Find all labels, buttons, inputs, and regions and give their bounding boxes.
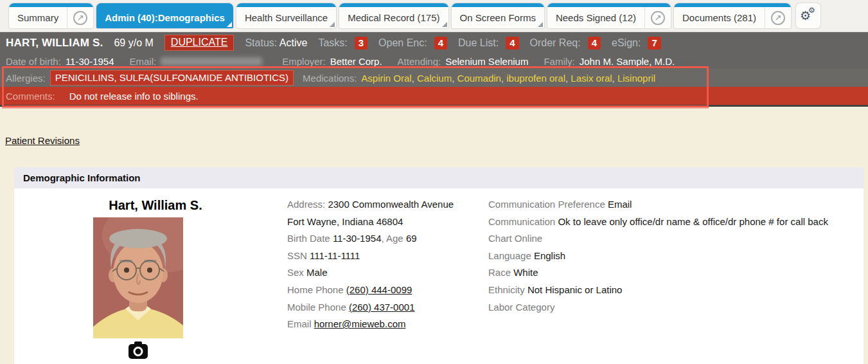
panel-title: Demographic Information <box>14 167 864 188</box>
medication-item[interactable]: Calcium <box>417 73 452 84</box>
banner-bottom-divider <box>0 105 868 107</box>
age-label: , Age <box>382 233 403 244</box>
patient-age-sex: 69 y/o M <box>114 37 153 49</box>
open-enc-count-badge[interactable]: 4 <box>434 37 447 50</box>
ssn-row: SSN 111-11-1111 <box>287 248 483 265</box>
panel-body: Hart, William S. <box>14 188 864 364</box>
family-label: Family: <box>544 56 574 67</box>
comments-value: Do not release info to siblings. <box>69 91 199 102</box>
patient-revisions-link[interactable]: Patient Revisions <box>5 135 80 146</box>
email-redacted-value <box>161 57 262 66</box>
esign-count-badge[interactable]: 7 <box>648 37 660 50</box>
patient-banner: HART, WILLIAM S. 69 y/o M DUPLICATE Stat… <box>0 32 868 69</box>
tab-documents[interactable]: Documents (281) ↗ <box>674 3 791 28</box>
ethnicity-row: Ethnicity Not Hispanic or Latino <box>488 282 864 299</box>
popout-icon: ↗ <box>651 11 665 25</box>
address-row: Address: 2300 Commonwealth AvenueFort Wa… <box>287 196 483 230</box>
sex-row: Sex Male <box>287 264 483 282</box>
chart-online-row: Chart Online <box>488 230 864 248</box>
medications-list: Aspirin Oral, Calcium, Coumadin, ibuprof… <box>361 73 655 84</box>
order-req-label: Order Req: <box>530 37 581 49</box>
attending-label: Attending: <box>398 56 441 67</box>
home-phone-label: Home Phone <box>287 284 344 295</box>
comm-pref-label: Communication Preference <box>488 199 605 210</box>
comments-label: Comments: <box>6 91 55 102</box>
tab-summary-label: Summary <box>9 3 67 28</box>
camera-upload-icon[interactable] <box>128 341 148 359</box>
mobile-phone-link[interactable]: (260) 437-0001 <box>349 302 415 313</box>
tab-documents-popout[interactable]: ↗ <box>765 3 791 28</box>
allergy-alert-chip[interactable]: PENICILLINS, SULFA(SULFONAMIDE ANTIBIOTI… <box>50 70 294 86</box>
language-label: Language <box>488 250 531 261</box>
order-req-count-badge[interactable]: 4 <box>588 37 601 50</box>
duplicate-flag[interactable]: DUPLICATE <box>164 35 235 51</box>
allergies-medications-row: Allergies: PENICILLINS, SULFA(SULFONAMID… <box>0 69 868 87</box>
tab-on-screen-forms[interactable]: On Screen Forms <box>452 3 544 28</box>
ssn-value: 111-11-1111 <box>310 250 360 261</box>
attending-value: Selenium Selenium <box>445 56 528 67</box>
patient-display-name: Hart, William S. <box>72 198 239 213</box>
sex-value: Male <box>306 267 328 278</box>
employer-value: Better Corp. <box>330 56 382 67</box>
status-label: Status: <box>245 37 277 48</box>
chart-online-label: Chart Online <box>488 233 542 244</box>
patient-photo[interactable] <box>93 217 183 338</box>
family-value: John M. Sample, M.D. <box>580 56 675 67</box>
employer-label: Employer: <box>282 56 326 67</box>
mobile-phone-row: Mobile Phone (260) 437-0001 <box>287 299 483 316</box>
sex-label: Sex <box>287 267 304 278</box>
ethnicity-value: Not Hispanic or Latino <box>527 284 623 295</box>
communication-row: Communication Ok to leave only office/dr… <box>488 214 864 231</box>
tab-needs-signed[interactable]: Needs Signed (12) ↗ <box>547 3 671 28</box>
medication-item[interactable]: Lisinopril <box>617 73 655 84</box>
tab-needs-signed-label: Needs Signed (12) <box>547 3 644 28</box>
settings-button[interactable]: ⚙ ⚙ <box>796 3 820 28</box>
labor-category-label: Labor Category <box>488 302 554 313</box>
language-value: English <box>534 250 565 261</box>
due-list-count-badge[interactable]: 4 <box>506 37 518 50</box>
medication-item[interactable]: ibuprofen oral <box>506 73 565 84</box>
tab-health-surveillance[interactable]: Health Surveillance <box>236 3 336 28</box>
ssn-label: SSN <box>287 250 307 261</box>
birth-date-row: Birth Date 11-30-1954, Age 69 <box>287 230 483 248</box>
tab-summary[interactable]: Summary ↗ <box>9 3 93 28</box>
tab-medical-label: Medical Record (175) <box>339 3 448 28</box>
open-enc-label: Open Enc: <box>378 37 427 49</box>
dob-value: 11-30-1954 <box>66 56 114 67</box>
medication-item[interactable]: Coumadin <box>457 73 501 84</box>
allergies-label: Allergies: <box>6 73 46 84</box>
due-list-label: Due List: <box>458 37 499 49</box>
home-phone-link[interactable]: (260) 444-0099 <box>346 284 412 295</box>
age-value: 69 <box>406 233 417 244</box>
medication-item[interactable]: Aspirin Oral <box>361 73 411 84</box>
comm-pref-row: Communication Preference Email <box>488 196 864 214</box>
email-field-label: Email <box>287 318 312 329</box>
address-label: Address: <box>287 199 325 210</box>
mobile-phone-label: Mobile Phone <box>287 302 346 313</box>
medications-label: Medications: <box>303 73 357 84</box>
communication-value: Ok to leave only office/dr name & office… <box>558 216 828 227</box>
birth-date-value: 11-30-1954 <box>333 233 382 244</box>
language-row: Language English <box>488 248 864 265</box>
chart-tab-bar: Summary ↗ Admin (40):Demographics Health… <box>0 0 868 32</box>
tab-medical-record[interactable]: Medical Record (175) <box>339 3 448 28</box>
tasks-count-badge[interactable]: 3 <box>355 37 368 50</box>
patient-banner-row2: Date of birth: 11-30-1954 Email: Employe… <box>0 53 868 69</box>
tab-admin-demographics[interactable]: Admin (40):Demographics <box>96 3 233 28</box>
tab-documents-label: Documents (281) <box>674 3 765 28</box>
comm-pref-value: Email <box>608 199 632 210</box>
medication-item[interactable]: Lasix oral <box>571 73 612 84</box>
demographics-left-column: Address: 2300 Commonwealth AvenueFort Wa… <box>287 196 483 333</box>
separator: , <box>612 73 617 84</box>
tab-needs-signed-popout[interactable]: ↗ <box>644 3 671 28</box>
email-link[interactable]: horner@mieweb.com <box>314 318 406 329</box>
gear-icon: ⚙ <box>808 6 815 15</box>
birth-date-label: Birth Date <box>287 233 330 244</box>
patient-banner-row1: HART, WILLIAM S. 69 y/o M DUPLICATE Stat… <box>0 32 868 53</box>
tab-health-label: Health Surveillance <box>236 3 336 28</box>
race-row: Race White <box>488 264 864 282</box>
email-row: Email horner@mieweb.com <box>287 316 483 333</box>
status-value: Active <box>279 37 308 48</box>
race-value: White <box>513 267 538 278</box>
tab-summary-popout[interactable]: ↗ <box>67 3 93 28</box>
